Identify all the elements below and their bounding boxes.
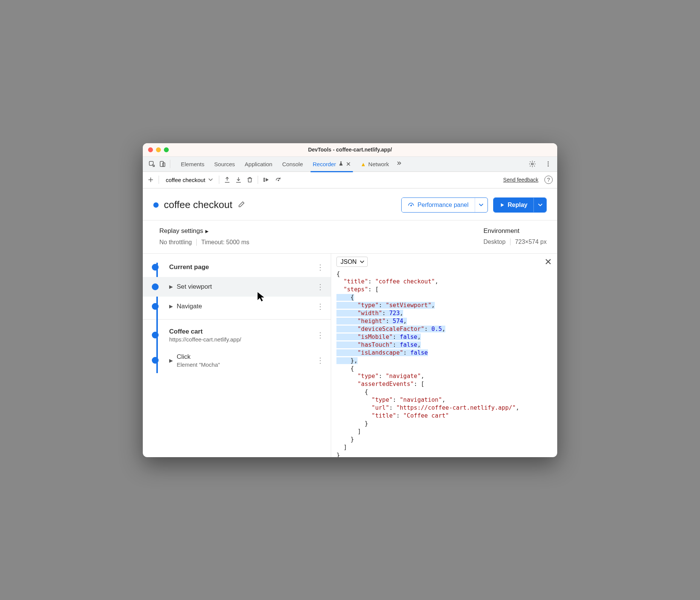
- step-node-dot: [152, 264, 159, 271]
- code-body[interactable]: { "title": "coffee checkout", "steps": […: [331, 270, 557, 457]
- svg-rect-1: [160, 161, 164, 167]
- svg-rect-7: [264, 178, 264, 182]
- step-item[interactable]: ▶Set viewport⋮: [143, 277, 331, 297]
- new-recording-button[interactable]: [147, 176, 154, 183]
- step-item[interactable]: Coffee carthttps://coffee-cart.netlify.a…: [143, 323, 331, 348]
- window-title: DevTools - coffee-cart.netlify.app/: [143, 147, 557, 153]
- inspect-element-icon[interactable]: [147, 159, 157, 169]
- tab-application[interactable]: Application: [244, 158, 273, 171]
- step-label: Current page: [169, 263, 313, 271]
- step-label: Set viewport: [177, 283, 313, 291]
- replay-button[interactable]: Replay: [493, 197, 547, 213]
- step-kebab-icon[interactable]: ⋮: [313, 302, 327, 311]
- chevron-right-icon: ▶: [169, 303, 173, 309]
- step-kebab-icon[interactable]: ⋮: [313, 263, 327, 272]
- export-icon[interactable]: [224, 176, 231, 183]
- chevron-right-icon: ▸: [205, 227, 209, 235]
- step-item[interactable]: ▶Navigate⋮: [143, 297, 331, 316]
- edit-title-icon[interactable]: [238, 201, 245, 210]
- step-label: Navigate: [177, 303, 313, 310]
- kebab-menu-icon[interactable]: [543, 159, 553, 169]
- replay-settings-toggle[interactable]: Replay settings ▸: [159, 227, 249, 235]
- chevron-right-icon: ▶: [169, 284, 173, 289]
- svg-point-8: [278, 180, 279, 181]
- recording-header: coffee checkout Performance panel Replay: [143, 188, 557, 220]
- code-toolbar: JSON ✕: [331, 254, 557, 270]
- send-feedback-link[interactable]: Send feedback: [503, 177, 538, 183]
- more-tabs-icon[interactable]: [394, 159, 404, 169]
- performance-panel-dropdown[interactable]: [475, 198, 488, 212]
- replay-dropdown[interactable]: [533, 198, 546, 212]
- environment-size: 723×574 px: [515, 239, 547, 245]
- tab-console[interactable]: Console: [281, 158, 304, 171]
- step-kebab-icon[interactable]: ⋮: [313, 356, 327, 365]
- delete-icon[interactable]: [246, 176, 253, 183]
- step-kebab-icon[interactable]: ⋮: [313, 331, 327, 340]
- step-divider: [143, 319, 331, 320]
- warning-icon: ▲: [361, 161, 366, 167]
- performance-panel-label: Performance panel: [417, 202, 468, 208]
- settings-gear-icon[interactable]: [527, 159, 538, 169]
- slow-replay-icon[interactable]: [275, 176, 282, 183]
- step-item[interactable]: Current page⋮: [143, 257, 331, 277]
- step-item[interactable]: ▶ClickElement "Mocha"⋮: [143, 348, 331, 373]
- help-icon[interactable]: ?: [544, 176, 553, 184]
- code-format-select[interactable]: JSON: [336, 257, 368, 267]
- replay-label: Replay: [508, 202, 527, 208]
- performance-panel-button[interactable]: Performance panel: [401, 197, 488, 213]
- recording-status-dot: [153, 202, 159, 208]
- step-node-dot: [152, 283, 159, 290]
- settings-row: Replay settings ▸ No throttling Timeout:…: [143, 220, 557, 254]
- recorder-toolbar: coffee checkout Send feedback ?: [143, 172, 557, 188]
- step-list: Current page⋮▶Set viewport⋮▶Navigate⋮Cof…: [143, 254, 331, 373]
- step-node-dot: [152, 332, 159, 338]
- tab-network[interactable]: ▲Network: [360, 158, 390, 171]
- svg-point-6: [548, 165, 549, 167]
- import-icon[interactable]: [235, 176, 242, 183]
- environment-device: Desktop: [483, 239, 506, 245]
- steps-pane: Current page⋮▶Set viewport⋮▶Navigate⋮Cof…: [143, 254, 331, 457]
- device-toolbar-icon[interactable]: [157, 159, 168, 169]
- panel-tabs: ElementsSourcesApplicationConsoleRecorde…: [180, 158, 390, 171]
- tab-elements[interactable]: Elements: [180, 158, 205, 171]
- close-code-pane-icon[interactable]: ✕: [544, 257, 552, 267]
- step-label: ClickElement "Mocha": [177, 353, 313, 368]
- step-node-dot: [152, 357, 159, 364]
- step-label: Coffee carthttps://coffee-cart.netlify.a…: [169, 328, 313, 343]
- step-kebab-icon[interactable]: ⋮: [313, 282, 327, 291]
- tab-sources[interactable]: Sources: [214, 158, 236, 171]
- experiment-flask-icon: [338, 161, 344, 167]
- recording-title: coffee checkout: [164, 199, 232, 211]
- code-pane: JSON ✕ { "title": "coffee checkout", "st…: [331, 254, 557, 457]
- main-split: Current page⋮▶Set viewport⋮▶Navigate⋮Cof…: [143, 254, 557, 457]
- svg-point-3: [532, 163, 533, 165]
- svg-point-4: [548, 161, 549, 162]
- close-tab-icon[interactable]: ✕: [346, 161, 351, 168]
- svg-point-9: [411, 205, 411, 206]
- step-node-dot: [152, 303, 159, 310]
- titlebar: DevTools - coffee-cart.netlify.app/: [143, 143, 557, 157]
- recording-selector[interactable]: coffee checkout: [164, 175, 214, 185]
- devtools-window: DevTools - coffee-cart.netlify.app/ Elem…: [143, 143, 557, 457]
- chevron-right-icon: ▶: [169, 358, 173, 363]
- tab-recorder[interactable]: Recorder✕: [312, 158, 352, 171]
- environment-title: Environment: [483, 227, 547, 235]
- panel-tabstrip: ElementsSourcesApplicationConsoleRecorde…: [143, 157, 557, 172]
- step-over-icon[interactable]: [263, 176, 270, 183]
- throttling-value: No throttling: [159, 239, 192, 246]
- svg-point-5: [548, 164, 549, 165]
- timeout-value: Timeout: 5000 ms: [201, 239, 249, 246]
